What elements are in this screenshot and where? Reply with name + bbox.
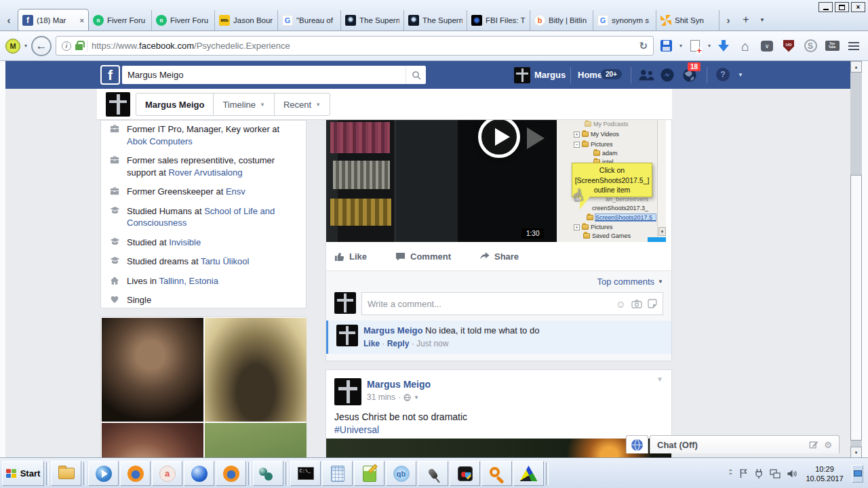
messenger-button[interactable] xyxy=(660,68,675,83)
ublock-button[interactable]: UO xyxy=(780,37,797,55)
taskbar-notepad-plus-plus[interactable] xyxy=(354,461,384,486)
page-info-icon[interactable]: i xyxy=(62,41,71,51)
comment-reply-link[interactable]: Reply xyxy=(387,339,410,348)
subnav-avatar[interactable] xyxy=(106,92,130,117)
close-button[interactable]: × xyxy=(851,2,865,12)
taskbar-command-prompt[interactable]: C:\_ xyxy=(290,461,321,486)
taskbar-audacity[interactable]: a xyxy=(152,461,182,486)
account-dropdown-caret[interactable]: ▼ xyxy=(738,72,743,78)
taskbar-media-player[interactable] xyxy=(88,461,119,486)
addon-m-button[interactable]: M xyxy=(5,39,20,54)
https-lock-icon[interactable] xyxy=(75,44,83,50)
scroll-tabs-right-button[interactable]: › xyxy=(719,9,737,30)
tab-synonym[interactable]: Shit Syn xyxy=(656,10,719,30)
chevron-down-icon[interactable]: ▼ xyxy=(414,394,419,401)
taskbar-qbittorrent[interactable]: qb xyxy=(386,461,416,486)
intro-link[interactable]: Tartu Ülikool xyxy=(201,256,250,266)
comment-author-link[interactable]: Margus Meigo xyxy=(363,325,422,336)
chat-bar[interactable]: Chat (Off) ⚙ xyxy=(650,435,840,453)
gear-icon[interactable]: ⚙ xyxy=(824,440,832,450)
tab-imdb[interactable]: Jason Bour xyxy=(215,10,278,30)
sort-recent-tab[interactable]: Recent▼ xyxy=(274,94,330,115)
comment-like-link[interactable]: Like xyxy=(363,339,380,348)
tab-google-search-2[interactable]: synonym s xyxy=(593,10,656,30)
scroll-tabs-left-button[interactable]: ‹ xyxy=(0,9,18,30)
profile-photo[interactable] xyxy=(102,318,203,422)
minimize-button[interactable] xyxy=(818,2,833,12)
profile-photo[interactable] xyxy=(205,318,307,422)
post-collapse-chevron[interactable]: ▼ xyxy=(656,375,663,383)
friend-requests-button[interactable] xyxy=(637,69,655,81)
facebook-logo[interactable]: f xyxy=(100,65,120,85)
tab-google-search-1[interactable]: "Bureau of xyxy=(278,10,341,30)
address-bar[interactable]: i https://www.facebook.com/Psychedelic.E… xyxy=(56,36,654,56)
action-center-flag-icon[interactable] xyxy=(739,468,748,479)
tab-facebook[interactable]: (18) Mar × xyxy=(18,9,89,30)
show-desktop-button[interactable] xyxy=(852,465,863,483)
browser-scrollbar[interactable]: ▲ ▼ xyxy=(850,61,862,458)
compose-icon[interactable] xyxy=(809,440,818,449)
profile-photo[interactable] xyxy=(205,423,307,458)
reload-icon[interactable]: ↻ xyxy=(639,40,648,52)
taskbar-clock[interactable]: 10:29 10.05.2017 xyxy=(804,464,846,483)
comment-sort[interactable]: Top comments ▼ xyxy=(334,277,663,287)
save-page-button[interactable] xyxy=(658,37,675,55)
home-button[interactable]: ⌂ xyxy=(736,37,754,55)
list-all-tabs-button[interactable]: ▼ xyxy=(755,9,770,30)
intro-link[interactable]: Rover Arvutisalong xyxy=(168,167,242,178)
home-link[interactable]: Home xyxy=(578,70,602,80)
tray-expand-button[interactable]: ⌃⌃ xyxy=(728,470,733,477)
header-profile-avatar[interactable] xyxy=(514,67,530,83)
scrollbar-thumb[interactable] xyxy=(850,175,862,441)
power-plug-icon[interactable] xyxy=(754,468,764,479)
tab-bitly[interactable]: Bitly | Bitlin xyxy=(530,10,593,30)
bookmark-page-button[interactable] xyxy=(686,37,704,55)
intro-link[interactable]: Abok Computers xyxy=(127,136,193,146)
tab-fiverr-1[interactable]: Fiverr Foru xyxy=(89,10,152,30)
header-profile-link[interactable]: Margus xyxy=(534,70,566,80)
taskbar-color-picker[interactable] xyxy=(513,461,544,486)
scrollbar-up-button[interactable]: ▲ xyxy=(850,61,862,73)
taskbar-microphone[interactable] xyxy=(418,461,448,486)
tab-supernatural-2[interactable]: The Supern xyxy=(404,10,467,30)
network-icon[interactable] xyxy=(770,469,781,479)
video-player[interactable]: My Podcasts +My Videos −Pictures adam in… xyxy=(326,120,666,242)
tab-close-icon[interactable]: × xyxy=(80,16,84,24)
taskbar-calculator[interactable] xyxy=(322,461,353,486)
profile-name-tab[interactable]: Margus Meigo xyxy=(136,94,213,115)
intro-link[interactable]: Ensv xyxy=(226,186,245,197)
facebook-search[interactable] xyxy=(122,66,426,84)
menu-button[interactable] xyxy=(845,37,863,55)
post-image[interactable] xyxy=(326,439,671,458)
profile-photo[interactable] xyxy=(102,423,203,458)
intro-link[interactable]: Invisible xyxy=(169,237,201,247)
new-tab-button[interactable]: + xyxy=(737,9,755,30)
post-timestamp[interactable]: 31 mins xyxy=(367,392,395,402)
help-button[interactable]: ? xyxy=(716,68,730,81)
start-button[interactable]: Start xyxy=(2,461,44,486)
taskbar-search-tool[interactable] xyxy=(481,461,512,486)
s-addon-button[interactable]: S xyxy=(802,37,819,55)
comment-input-box[interactable]: ☺ xyxy=(361,292,663,315)
tab-fiverr-2[interactable]: Fiverr Foru xyxy=(152,10,215,30)
taskbar-firefox-1[interactable] xyxy=(120,461,151,486)
scrollbar-down-button[interactable]: ▼ xyxy=(850,447,862,458)
intro-link[interactable]: Tallinn, Estonia xyxy=(159,276,218,286)
timeline-tab[interactable]: Timeline▼ xyxy=(213,94,274,115)
share-button[interactable]: Share xyxy=(479,251,519,262)
comment-avatar[interactable] xyxy=(336,325,358,346)
search-button[interactable] xyxy=(406,66,426,84)
youtube-addon-button[interactable]: YouTube xyxy=(823,37,841,55)
like-button[interactable]: Like xyxy=(334,251,367,262)
taskbar-firefox-2[interactable] xyxy=(216,461,246,486)
hashtag-link[interactable]: #Universal xyxy=(334,424,379,435)
comment-button[interactable]: Comment xyxy=(395,251,451,262)
downloads-button[interactable] xyxy=(715,37,732,55)
tab-supernatural-1[interactable]: The Supern xyxy=(341,10,404,30)
save-dropdown-caret[interactable]: ▾ xyxy=(679,43,682,49)
search-input[interactable] xyxy=(122,70,406,80)
maximize-button[interactable] xyxy=(835,2,849,12)
post-author-link[interactable]: Margus Meigo xyxy=(367,379,431,390)
speaker-icon[interactable] xyxy=(787,469,797,479)
taskbar-webcam-viewer[interactable] xyxy=(253,461,283,486)
